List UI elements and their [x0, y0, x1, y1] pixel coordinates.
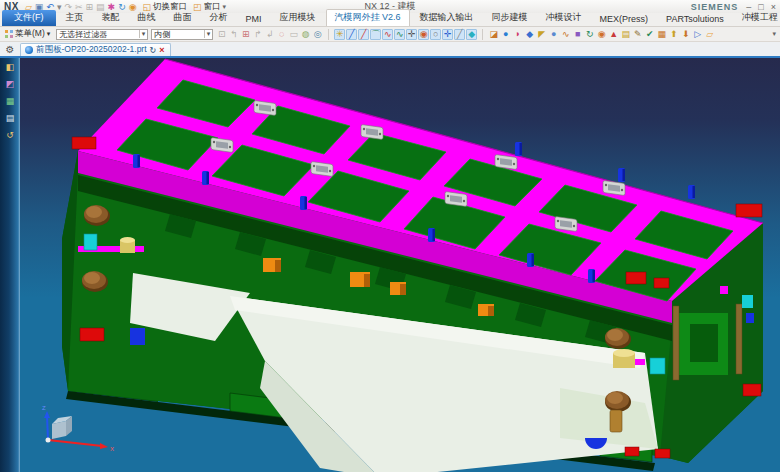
tab-data-io[interactable]: 数据输入输出 — [412, 10, 482, 26]
arc-center-icon[interactable]: ∿ — [394, 29, 405, 40]
part-file-icon — [25, 46, 33, 54]
chevron-down-icon: ▾ — [47, 30, 51, 38]
quadrant-icon[interactable]: ✛ — [406, 29, 417, 40]
part-navigator-icon[interactable]: ▦ — [6, 96, 15, 106]
triad-x-label: X — [110, 446, 114, 452]
wireframe-icon[interactable]: ◎ — [312, 29, 323, 40]
tab-die-design[interactable]: 冲模设计 — [538, 10, 590, 26]
tab-partsolutions[interactable]: PARTsolutions — [658, 13, 732, 26]
tab-sync-modeling[interactable]: 同步建模 — [484, 10, 536, 26]
selection-scope-dropdown[interactable]: 内侧 ▾ — [151, 29, 213, 40]
bounded-plane-icon[interactable]: ╱ — [454, 29, 465, 40]
point-on-face-icon[interactable]: ✛ — [442, 29, 453, 40]
part-tab-close-icon[interactable]: × — [159, 45, 164, 55]
tab-die-engineering[interactable]: 冲模工程 — [734, 10, 780, 26]
tool-sphere-icon[interactable]: ● — [500, 29, 511, 40]
top-border-bar: 菜单(M) ▾ 无选择过滤器 ▾ 内侧 ▾ ⊡↰⊞↱↲◌▭◍◎ ✳╱╱⌒∿∿✛◉… — [0, 27, 780, 42]
tool-spin-icon[interactable]: ↻ — [584, 29, 595, 40]
ribbon-tab-bar: 文件(F)主页装配曲线曲面分析PMI应用模块汽模网外挂 V2.6数据输入输出同步… — [0, 13, 780, 27]
tab-application[interactable]: 应用模块 — [272, 10, 324, 26]
menu-grid-icon — [5, 30, 13, 38]
tab-home[interactable]: 主页 — [58, 10, 92, 26]
utility-tools: ◪●◗◆◤●∿■↻◉▲▤✎✔▦⬆⬇▷▱ — [488, 29, 715, 40]
selection-filter-dropdown[interactable]: 无选择过滤器 ▾ — [56, 29, 148, 40]
select-up-icon[interactable]: ↱ — [252, 29, 263, 40]
constraint-navigator-icon[interactable]: ◩ — [6, 79, 15, 89]
wcs-cube — [52, 416, 72, 439]
tool-export-icon[interactable]: ⬆ — [668, 29, 679, 40]
snap-point-toggles: ✳╱╱⌒∿∿✛◉○✛╱◆ — [334, 29, 477, 40]
wcs-triad: Z X — [42, 405, 114, 452]
shaded-icon[interactable]: ◍ — [300, 29, 311, 40]
intersection-icon[interactable]: ∿ — [382, 29, 393, 40]
toolbar-overflow-icon[interactable]: ▾ — [772, 30, 780, 38]
tool-arrow-icon[interactable]: ◗ — [512, 29, 523, 40]
tool-gauge-icon[interactable]: ◉ — [596, 29, 607, 40]
rect-select-icon[interactable]: ▭ — [288, 29, 299, 40]
control-point-icon[interactable]: ⌒ — [370, 29, 381, 40]
chevron-down-icon: ▾ — [139, 30, 146, 38]
tool-pen-icon[interactable]: ✎ — [632, 29, 643, 40]
graphics-viewport[interactable]: Z X — [20, 58, 780, 472]
tab-die-plugin[interactable]: 汽模网外挂 V2.6 — [326, 9, 410, 26]
tool-section-icon[interactable]: ◤ — [536, 29, 547, 40]
point-on-curve-icon[interactable]: ○ — [430, 29, 441, 40]
reuse-library-icon[interactable]: ▤ — [6, 113, 15, 123]
tool-disc-icon[interactable]: ● — [548, 29, 559, 40]
highlight-icon[interactable]: ⊞ — [240, 29, 251, 40]
part-tab-label: 前围板-OP20-20250202-1.prt — [36, 44, 147, 56]
tab-mex-press[interactable]: MEX(Press) — [592, 13, 657, 26]
tab-curve[interactable]: 曲线 — [130, 10, 164, 26]
history-icon[interactable]: ↺ — [6, 130, 14, 140]
assembly-navigator-icon[interactable]: ◧ — [6, 62, 15, 72]
gold-cylinder — [613, 349, 635, 368]
select-prev-icon[interactable]: ↰ — [228, 29, 239, 40]
die-model[interactable]: Z X — [20, 58, 780, 472]
existing-point-icon[interactable]: ◉ — [418, 29, 429, 40]
lasso-icon[interactable]: ◌ — [276, 29, 287, 40]
select-down-icon[interactable]: ↲ — [264, 29, 275, 40]
gear-icon[interactable]: ⚙ — [0, 43, 20, 56]
siemens-logo: SIEMENS — [691, 2, 739, 12]
nx-application-window: NX ▱▣↶▾↷✂⊞▤✱↻◉ ◱ 切换窗口 ◰ 窗口 ▾ NX 12 - 建模 … — [0, 0, 780, 472]
tool-measure-icon[interactable]: ◪ — [488, 29, 499, 40]
minimize-button[interactable]: – — [746, 2, 751, 12]
tool-flag-icon[interactable]: ▲ — [608, 29, 619, 40]
part-tab[interactable]: 前围板-OP20-20250202-1.prt ↻ × — [20, 43, 171, 56]
tool-grid-icon[interactable]: ▦ — [656, 29, 667, 40]
tab-assembly[interactable]: 装配 — [94, 10, 128, 26]
triad-z-label: Z — [42, 405, 46, 411]
tool-check-icon[interactable]: ✔ — [644, 29, 655, 40]
tool-folder-icon[interactable]: ▱ — [704, 29, 715, 40]
end-point-icon[interactable]: ╱ — [346, 29, 357, 40]
tool-stamp-icon[interactable]: ◆ — [524, 29, 535, 40]
part-modified-icon: ↻ — [150, 46, 157, 55]
tool-layers-icon[interactable]: ▤ — [620, 29, 631, 40]
tool-play-icon[interactable]: ▷ — [692, 29, 703, 40]
tab-analysis[interactable]: 分析 — [202, 10, 236, 26]
snap-facet-icon[interactable]: ◆ — [466, 29, 477, 40]
restore-button[interactable]: □ — [758, 2, 763, 12]
selection-tools: ⊡↰⊞↱↲◌▭◍◎ — [216, 29, 323, 40]
snap-settings-icon[interactable]: ⊡ — [216, 29, 227, 40]
tab-pmi[interactable]: PMI — [238, 13, 270, 26]
tab-file[interactable]: 文件(F) — [2, 10, 56, 26]
part-tab-bar: ⚙ 前围板-OP20-20250202-1.prt ↻ × — [0, 42, 780, 56]
snap-point-icon[interactable]: ✳ — [334, 29, 345, 40]
tool-box-icon[interactable]: ■ — [572, 29, 583, 40]
close-button[interactable]: × — [771, 2, 776, 12]
chevron-down-icon: ▾ — [204, 30, 211, 38]
resource-bar: ◧◩▦▤↺ — [0, 58, 20, 472]
gold-cylinder — [120, 237, 135, 253]
tool-import-icon[interactable]: ⬇ — [680, 29, 691, 40]
mid-point-icon[interactable]: ╱ — [358, 29, 369, 40]
menu-button[interactable]: 菜单(M) ▾ — [2, 28, 53, 40]
tab-surface[interactable]: 曲面 — [166, 10, 200, 26]
tool-wave-icon[interactable]: ∿ — [560, 29, 571, 40]
